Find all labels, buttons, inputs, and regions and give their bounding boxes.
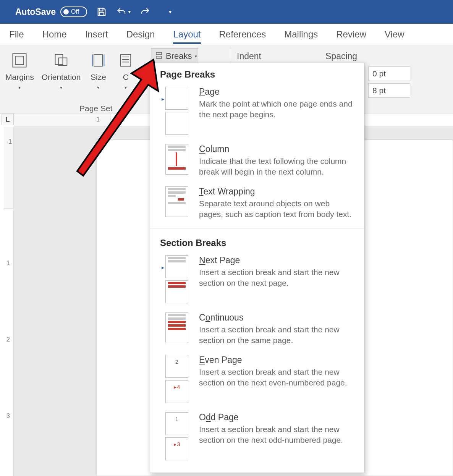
ruler-marker: 1 [96,116,100,123]
breaks-button[interactable]: Breaks ▾ [151,48,198,64]
spacing-after-field[interactable]: 8 pt [368,83,410,98]
margins-icon [10,50,29,70]
orientation-button[interactable]: Orientation ▾ [38,48,85,90]
indent-label: Indent [237,51,261,62]
tab-mailings[interactable]: Mailings [284,25,318,44]
even-page-thumb-icon: 2 ▸4 [165,355,188,403]
tab-references[interactable]: References [219,25,266,44]
vertical-ruler[interactable]: -1 1 2 3 [4,127,14,476]
break-text-wrapping-desc: Separate text around objects on web page… [199,198,354,220]
break-page[interactable]: Page Mark the point at which one page en… [150,83,364,140]
break-next-page-title: Next Page [199,255,354,266]
break-even-page[interactable]: 2 ▸4 Even Page Insert a section break an… [150,351,364,408]
ruler-marker: -1 [6,138,12,145]
tab-stop-selector[interactable]: L [2,114,14,125]
caret-icon: ▾ [125,85,127,90]
undo-button[interactable]: ▾ [116,6,131,17]
break-odd-page-title: Odd Page [199,412,354,423]
break-odd-page-desc: Insert a section break and start the new… [199,424,354,445]
group-page-setup: Margins ▾ Orientation ▾ Size ▾ C ▾ [2,48,139,90]
autosave-toggle[interactable]: Off [60,6,87,17]
break-even-page-title: Even Page [199,355,354,365]
break-next-page[interactable]: Next Page Insert a section break and sta… [150,251,364,309]
break-page-title: Page [199,87,354,97]
svg-rect-0 [13,53,26,67]
svg-rect-2 [55,55,63,65]
break-next-page-desc: Insert a section break and start the new… [199,267,354,288]
save-icon[interactable] [96,6,107,17]
text-wrap-thumb-icon [165,186,188,217]
autosave-state: Off [71,8,79,15]
columns-icon [116,50,136,70]
breaks-dropdown: Page Breaks ▸ Page Mark the point at whi… [150,63,364,473]
break-text-wrapping[interactable]: Text Wrapping Separate text around objec… [150,183,364,225]
break-even-page-desc: Insert a section break and start the new… [199,367,354,388]
ruler-marker: 3 [6,413,10,419]
breaks-icon [155,52,163,61]
ribbon-tabs: File Home Insert Design Layout Reference… [0,24,453,45]
orientation-icon [51,50,71,70]
break-page-desc: Mark the point at which one page ends an… [199,99,354,120]
break-text-wrapping-title: Text Wrapping [199,186,354,197]
break-odd-page[interactable]: 1 ▸3 Odd Page Insert a section break and… [150,408,364,466]
svg-rect-4 [94,55,102,66]
page-setup-caption: Page Set [79,104,112,113]
page-breaks-header: Page Breaks [150,63,364,83]
size-label: Size [91,73,106,82]
toggle-knob-icon [63,9,69,15]
break-column-title: Column [199,144,354,154]
size-button[interactable]: Size ▾ [84,48,112,90]
caret-icon: ▾ [195,54,197,59]
undo-caret-icon[interactable]: ▾ [128,9,131,15]
column-break-thumb-icon [165,144,188,175]
tab-design[interactable]: Design [126,25,155,44]
svg-rect-10 [156,56,162,58]
redo-icon[interactable] [140,6,150,17]
title-bar: AutoSave Off ▾ ▾ [0,0,453,24]
tab-file[interactable]: File [9,25,24,44]
next-page-thumb-icon [165,255,188,303]
break-column[interactable]: Column Indicate that the text following … [150,140,364,183]
caret-icon: ▾ [97,85,99,90]
spacing-before-field[interactable]: 0 pt [368,66,410,81]
ruler-marker: 2 [6,336,10,343]
break-continuous-desc: Insert a section break and start the new… [199,324,354,346]
active-marker-icon: ▸ [162,264,164,270]
caret-icon: ▾ [60,85,62,90]
caret-icon: ▾ [18,85,21,90]
continuous-thumb-icon [165,312,188,343]
page-break-thumb-icon [165,87,188,135]
tab-home[interactable]: Home [42,25,67,44]
margins-label: Margins [5,73,34,82]
section-breaks-header: Section Breaks [150,232,364,251]
columns-button[interactable]: C ▾ [112,48,139,90]
svg-rect-1 [15,56,24,65]
margins-button[interactable]: Margins ▾ [2,48,38,90]
odd-page-thumb-icon: 1 ▸3 [165,412,188,460]
tab-review[interactable]: Review [336,25,366,44]
autosave-control[interactable]: AutoSave Off [15,6,87,17]
tab-layout[interactable]: Layout [173,25,201,44]
size-icon [88,50,108,70]
tab-insert[interactable]: Insert [85,25,108,44]
spacing-label: Spacing [325,51,357,62]
breaks-label: Breaks [166,51,192,61]
active-marker-icon: ▸ [162,96,164,102]
customize-qat-icon[interactable]: ▾ [169,9,171,15]
columns-label: C [123,73,129,82]
break-continuous[interactable]: Continuous Insert a section break and st… [150,309,364,351]
tab-view[interactable]: View [385,25,404,44]
autosave-label: AutoSave [15,7,56,17]
ruler-marker: 1 [6,260,10,267]
orientation-label: Orientation [42,73,81,82]
undo-icon [116,6,127,17]
dropdown-separator [150,228,364,228]
svg-rect-5 [121,55,131,66]
break-column-desc: Indicate that the text following the col… [199,156,354,177]
break-continuous-title: Continuous [199,312,354,323]
svg-rect-9 [156,52,162,55]
